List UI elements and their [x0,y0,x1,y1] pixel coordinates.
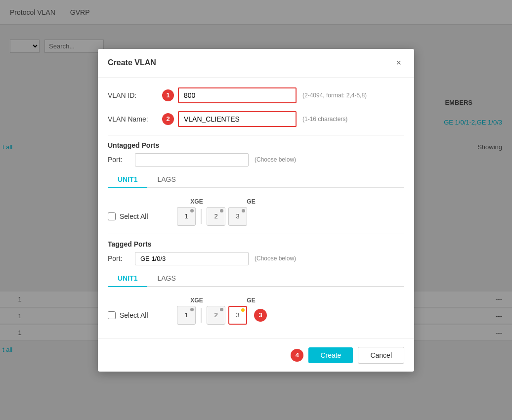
tagged-port-ge-3[interactable]: 3 [228,306,247,325]
create-button[interactable]: Create [308,347,353,363]
untagged-port-ge-3-dot [242,209,245,212]
tagged-port-hint: (Choose below) [255,255,296,262]
tagged-tabs: UNIT1 LAGS [108,270,404,287]
untagged-port-label: Port: [108,156,135,164]
untagged-port-ge-2-dot [220,209,223,212]
tagged-tab-unit1[interactable]: UNIT1 [108,270,147,287]
badge-4: 4 [291,349,303,362]
tagged-ge-label: GE [231,297,271,304]
untagged-port-input[interactable] [135,153,249,167]
tagged-port-grid: XGE GE Select All 1 [108,293,404,329]
untagged-xge-label: XGE [177,198,216,205]
vlan-id-input[interactable] [178,87,297,103]
tagged-port-label: Port: [108,254,135,262]
tagged-tab-lags[interactable]: LAGS [147,270,185,287]
tagged-port-xge-1[interactable]: 1 [177,306,196,325]
tagged-xge-label: XGE [177,297,216,304]
untagged-port-row: Port: (Choose below) [108,153,404,167]
vlan-id-badge: 1 [162,89,174,101]
untagged-port-hint: (Choose below) [255,156,296,163]
tagged-select-all-label: Select All [120,311,148,319]
untagged-tab-unit1[interactable]: UNIT1 [108,171,147,188]
vlan-id-label: VLAN ID: [108,91,162,99]
modal-header: Create VLAN × [98,49,414,78]
divider-2 [108,234,404,234]
create-vlan-modal: Create VLAN × VLAN ID: 1 (2-4094, format… [98,49,414,372]
untagged-separator [201,209,202,224]
vlan-id-row: VLAN ID: 1 (2-4094, format: 2,4-5,8) [108,87,404,103]
untagged-grid-labels: XGE GE [177,198,404,205]
tagged-port-xge-1-dot [190,308,194,311]
tagged-port-ge-2-dot [220,308,223,311]
tagged-port-ge-3-dot [241,308,245,312]
untagged-select-all: Select All [108,212,172,220]
tagged-port-buttons: 1 2 3 [177,306,267,325]
untagged-port-buttons: 1 2 3 [177,207,247,226]
untagged-select-all-checkbox[interactable] [108,212,116,220]
untagged-tab-lags[interactable]: LAGS [147,171,185,188]
modal-close-button[interactable]: × [393,57,404,69]
tagged-select-all: Select All [108,311,172,319]
untagged-port-grid: XGE GE Select All 1 [108,194,404,230]
untagged-select-all-label: Select All [120,212,148,220]
untagged-grid-row: Select All 1 2 [108,207,404,226]
untagged-ports-header: Untagged Ports [108,141,404,149]
tagged-grid-row: Select All 1 2 [108,306,404,325]
cancel-button[interactable]: Cancel [358,347,404,364]
tagged-port-input[interactable] [135,252,249,265]
untagged-tabs: UNIT1 LAGS [108,171,404,188]
badge-3: 3 [254,309,267,322]
vlan-name-input[interactable] [178,111,297,127]
untagged-ge-label: GE [231,198,271,205]
tagged-grid-labels: XGE GE [177,297,404,304]
modal-footer: 4 Create Cancel [98,338,414,372]
untagged-port-xge-1-dot [190,209,194,212]
tagged-separator [201,308,202,323]
untagged-port-ge-2[interactable]: 2 [207,207,225,226]
vlan-name-row: VLAN Name: 2 (1-16 characters) [108,111,404,127]
modal-body: VLAN ID: 1 (2-4094, format: 2,4-5,8) VLA… [98,78,414,338]
vlan-name-hint: (1-16 characters) [302,116,347,123]
tagged-ports-header: Tagged Ports [108,240,404,248]
tagged-port-row: Port: (Choose below) [108,252,404,265]
untagged-port-ge-3[interactable]: 3 [228,207,247,226]
tagged-select-all-checkbox[interactable] [108,311,116,319]
vlan-name-label: VLAN Name: [108,115,162,123]
tagged-port-ge-2[interactable]: 2 [207,306,225,325]
modal-title: Create VLAN [108,58,156,67]
vlan-name-badge: 2 [162,113,174,125]
vlan-id-hint: (2-4094, format: 2,4-5,8) [302,92,367,99]
untagged-port-xge-1[interactable]: 1 [177,207,196,226]
divider-1 [108,135,404,135]
modal-overlay: Create VLAN × VLAN ID: 1 (2-4094, format… [0,0,512,420]
